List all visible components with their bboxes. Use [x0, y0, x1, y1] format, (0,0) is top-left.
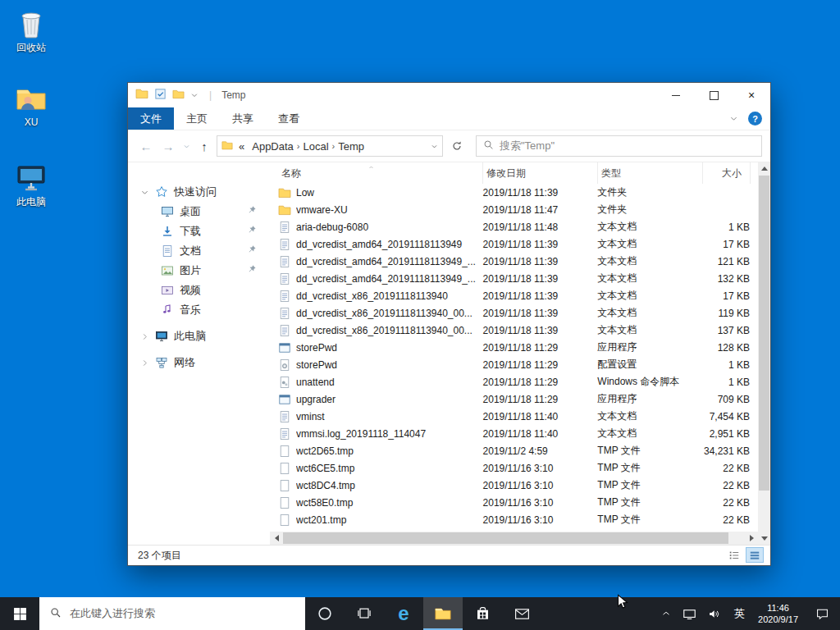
- column-header-date-modified[interactable]: 修改日期: [483, 162, 598, 184]
- sidebar-item-quick-access[interactable]: 快速访问: [128, 182, 270, 202]
- file-row[interactable]: vmmsi.log_20191118_1140472019/11/18 11:4…: [270, 425, 758, 442]
- scroll-down-arrow-icon[interactable]: [758, 532, 770, 545]
- scroll-up-arrow-icon[interactable]: [758, 162, 770, 175]
- sidebar-item-this-pc[interactable]: 此电脑: [128, 326, 270, 346]
- refresh-button[interactable]: [445, 140, 468, 152]
- volume-tray-button[interactable]: [702, 597, 728, 630]
- qat-new-folder-button[interactable]: [172, 88, 185, 103]
- breadcrumb-truncation[interactable]: «: [237, 140, 246, 153]
- file-row[interactable]: Low2019/11/18 11:39文件夹: [270, 184, 758, 201]
- file-row[interactable]: dd_vcredist_amd64_201911181139492019/11/…: [270, 235, 758, 253]
- input-language-indicator[interactable]: 英: [728, 597, 751, 630]
- column-header-name[interactable]: 名称: [278, 162, 483, 184]
- horizontal-scrollbar[interactable]: [270, 532, 758, 545]
- close-button[interactable]: ×: [733, 83, 770, 107]
- file-name: upgrader: [296, 394, 483, 405]
- file-row[interactable]: dd_vcredist_x86_20191118113940_00...2019…: [270, 322, 758, 339]
- sidebar-item-desktop[interactable]: 桌面: [128, 202, 270, 221]
- details-view-button[interactable]: [746, 547, 764, 563]
- mail-button[interactable]: [502, 597, 541, 630]
- forward-button[interactable]: →: [158, 139, 178, 153]
- network-tray-button[interactable]: [677, 597, 702, 630]
- file-explorer-button[interactable]: [423, 597, 463, 630]
- help-icon[interactable]: ?: [748, 112, 762, 126]
- file-row[interactable]: storePwd2019/11/18 11:29应用程序128 KB: [270, 339, 758, 356]
- file-size: 119 KB: [702, 308, 758, 319]
- qat-properties-button[interactable]: [154, 88, 167, 103]
- action-center-icon: [815, 606, 830, 622]
- file-date: 2019/11/18 11:39: [483, 308, 598, 319]
- sidebar-item-pictures[interactable]: 图片: [128, 261, 270, 281]
- vertical-scrollbar[interactable]: [758, 162, 770, 545]
- qat-customize-chevron-icon[interactable]: [190, 88, 199, 103]
- file-row[interactable]: dd_vcredist_x86_20191118113940_00...2019…: [270, 304, 758, 322]
- ribbon-tab-file[interactable]: 文件: [128, 107, 174, 130]
- breadcrumb-item[interactable]: AppData: [250, 140, 295, 153]
- maximize-button[interactable]: [695, 83, 733, 107]
- ribbon-tab-share[interactable]: 共享: [220, 107, 266, 130]
- sidebar-item-music[interactable]: 音乐: [128, 300, 270, 320]
- taskbar-clock[interactable]: 11:46 2020/9/17: [751, 597, 805, 630]
- file-row[interactable]: wct2D65.tmp2019/11/2 4:59TMP 文件34,231 KB: [270, 442, 758, 459]
- file-row[interactable]: storePwd2019/11/18 11:29配置设置1 KB: [270, 356, 758, 373]
- list-view-button[interactable]: [725, 547, 743, 563]
- file-row[interactable]: aria-debug-60802019/11/18 11:48文本文档1 KB: [270, 218, 758, 235]
- file-row[interactable]: wct8DC4.tmp2019/11/16 3:10TMP 文件22 KB: [270, 477, 758, 494]
- search-box[interactable]: 搜索"Temp": [476, 135, 762, 157]
- file-row[interactable]: dd_vcredist_amd64_20191118113949_...2019…: [270, 270, 758, 287]
- cortana-button[interactable]: [305, 597, 345, 630]
- file-row[interactable]: wct6CE5.tmp2019/11/16 3:10TMP 文件22 KB: [270, 459, 758, 477]
- breadcrumb-item[interactable]: Local: [302, 140, 331, 153]
- file-row[interactable]: wct201.tmp2019/11/16 3:10TMP 文件22 KB: [270, 511, 758, 528]
- sidebar-item-downloads[interactable]: 下载: [128, 221, 270, 241]
- task-view-button[interactable]: [345, 597, 384, 630]
- file-date: 2019/11/18 11:29: [483, 359, 598, 371]
- file-row[interactable]: wct58E0.tmp2019/11/16 3:10TMP 文件22 KB: [270, 494, 758, 511]
- edge-button[interactable]: e: [384, 597, 423, 630]
- address-dropdown-chevron-icon[interactable]: [431, 140, 438, 153]
- file-row[interactable]: upgrader2019/11/18 11:29应用程序709 KB: [270, 390, 758, 408]
- sidebar-item-documents[interactable]: 文档: [128, 241, 270, 261]
- file-size: 1 KB: [702, 359, 758, 371]
- back-button[interactable]: ←: [136, 139, 156, 153]
- minimize-button[interactable]: [657, 83, 695, 107]
- taskbar-search-box[interactable]: 在此键入进行搜索: [39, 597, 305, 630]
- chevron-right-icon[interactable]: [139, 358, 149, 368]
- desktop-icon-recycle-bin[interactable]: 回收站: [2, 7, 61, 55]
- action-center-button[interactable]: [805, 597, 840, 630]
- file-row[interactable]: unattend2019/11/18 11:29Windows 命令脚本1 KB: [270, 373, 758, 390]
- file-row[interactable]: vmware-XU2019/11/18 11:47文件夹: [270, 201, 758, 218]
- scroll-right-arrow-icon[interactable]: [745, 532, 758, 545]
- file-row[interactable]: dd_vcredist_x86_201911181139402019/11/18…: [270, 287, 758, 304]
- file-size: 22 KB: [702, 514, 758, 526]
- chevron-right-icon[interactable]: [139, 332, 149, 341]
- history-chevron-icon[interactable]: [180, 143, 192, 150]
- file-row[interactable]: vminst2019/11/18 11:40文本文档7,454 KB: [270, 408, 758, 425]
- file-row[interactable]: dd_vcredist_amd64_20191118113949_...2019…: [270, 253, 758, 270]
- vertical-scrollbar-thumb[interactable]: [759, 176, 769, 491]
- ribbon-tab-view[interactable]: 查看: [266, 107, 312, 130]
- search-placeholder: 搜索"Temp": [500, 139, 555, 153]
- start-button[interactable]: [0, 597, 39, 630]
- ribbon-expand-chevron-icon[interactable]: [729, 112, 738, 126]
- title-bar[interactable]: | Temp ×: [128, 83, 770, 107]
- file-size: 7,454 KB: [702, 411, 758, 422]
- store-button[interactable]: [463, 597, 502, 630]
- column-header-size[interactable]: 大小: [703, 162, 751, 184]
- desktop-icon-user-folder-xu[interactable]: XU: [2, 82, 61, 128]
- column-header-type[interactable]: 类型: [598, 162, 703, 184]
- up-button[interactable]: ↑: [194, 139, 214, 153]
- scroll-left-arrow-icon[interactable]: [270, 532, 283, 545]
- desktop[interactable]: 回收站XU此电脑 | Temp: [0, 0, 840, 630]
- horizontal-scrollbar-thumb[interactable]: [283, 532, 728, 544]
- sort-ascending-icon[interactable]: [367, 162, 376, 174]
- desktop-icon-this-pc[interactable]: 此电脑: [2, 161, 61, 209]
- file-name: wct8DC4.tmp: [296, 480, 483, 491]
- sidebar-item-videos[interactable]: 视频: [128, 281, 270, 300]
- sidebar-item-network[interactable]: 网络: [128, 353, 270, 372]
- breadcrumb-item[interactable]: Temp: [336, 140, 366, 153]
- chevron-down-icon[interactable]: [139, 188, 149, 197]
- hidden-icons-button[interactable]: [655, 597, 677, 630]
- ribbon-tab-home[interactable]: 主页: [174, 107, 220, 130]
- address-bar[interactable]: « AppData›Local›Temp: [217, 135, 443, 157]
